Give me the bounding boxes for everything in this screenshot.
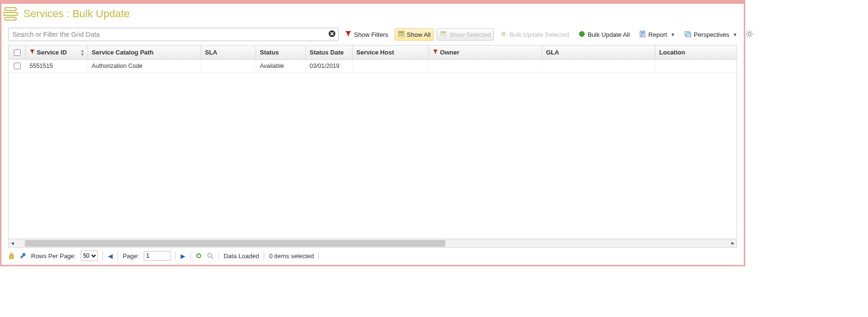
separator	[190, 251, 191, 260]
separator	[118, 251, 118, 260]
gear-icon[interactable]	[744, 30, 755, 39]
perspectives-button[interactable]: Perspectives ▼	[681, 28, 740, 41]
cell-service-id: 5551515	[26, 60, 88, 72]
separator	[175, 251, 176, 260]
header-service-id[interactable]: Service ID ▲▼	[26, 45, 88, 59]
next-page-icon[interactable]: ▶	[181, 252, 185, 260]
scroll-thumb[interactable]	[25, 240, 445, 247]
grid-selected-icon	[440, 31, 447, 39]
header-label: Status	[260, 49, 279, 56]
svg-rect-14	[641, 33, 644, 34]
svg-point-28	[208, 253, 212, 257]
separator	[103, 251, 103, 260]
search-wrap	[8, 28, 339, 41]
show-filters-label: Show Filters	[354, 31, 388, 38]
items-selected-status: 0 items selected	[269, 252, 314, 260]
scroll-right-icon[interactable]: ►	[729, 240, 737, 246]
table-row[interactable]: 5551515 Authorization Code Available 03/…	[9, 60, 737, 73]
show-selected-button[interactable]: Show Selected	[437, 28, 494, 41]
app-frame: Services : Bulk Update Show Filters Show…	[0, 0, 745, 266]
bulk-all-icon	[579, 31, 585, 39]
search-input[interactable]	[8, 28, 339, 41]
chevron-down-icon: ▼	[670, 32, 675, 37]
report-label: Report	[648, 31, 667, 38]
svg-line-25	[751, 31, 752, 32]
show-all-button[interactable]: Show All	[395, 28, 434, 41]
show-all-label: Show All	[407, 31, 431, 38]
data-loaded-status: Data Loaded	[224, 252, 259, 260]
cell-location	[655, 60, 737, 72]
scroll-left-icon[interactable]: ◄	[9, 240, 16, 246]
header-label: GLA	[546, 49, 559, 56]
svg-rect-0	[5, 8, 16, 11]
refresh-icon[interactable]	[195, 252, 202, 259]
header-label: Service Catalog Path	[92, 49, 153, 56]
svg-line-23	[747, 31, 748, 32]
cell-service-catalog-path: Authorization Code	[88, 60, 201, 72]
header-label: Service ID	[37, 49, 67, 56]
header-checkbox-cell	[9, 45, 26, 59]
svg-rect-7	[399, 35, 404, 36]
svg-rect-13	[641, 32, 644, 33]
bulk-update-all-button[interactable]: Bulk Update All	[575, 28, 633, 41]
svg-line-26	[747, 35, 748, 36]
svg-rect-10	[441, 33, 446, 34]
svg-rect-1	[3, 12, 18, 15]
header-sla[interactable]: SLA	[201, 45, 256, 59]
svg-rect-6	[399, 33, 404, 34]
wrench-icon[interactable]	[20, 252, 26, 259]
svg-line-24	[751, 35, 752, 36]
grid-footer: Rows Per Page: 50 ◀ Page: ▶ Data Loaded …	[1, 248, 744, 265]
header-gla[interactable]: GLA	[542, 45, 655, 59]
grid-header: Service ID ▲▼ Service Catalog Path SLA S…	[9, 45, 737, 60]
perspectives-icon	[685, 31, 691, 39]
bulk-update-all-label: Bulk Update All	[588, 31, 630, 38]
svg-rect-2	[5, 17, 16, 20]
rows-per-page-select[interactable]: 50	[81, 251, 98, 261]
page-title: Services : Bulk Update	[23, 8, 130, 20]
lock-icon[interactable]	[8, 252, 15, 259]
page-label: Page:	[123, 252, 139, 260]
header-label: Owner	[440, 49, 459, 56]
bulk-update-selected-button: Bulk Update Selected	[497, 28, 572, 41]
header-label: Service Host	[356, 49, 394, 56]
cell-status-date: 03/01/2019	[306, 60, 353, 72]
svg-rect-5	[399, 32, 404, 33]
header-status-date[interactable]: Status Date	[306, 45, 353, 59]
report-button[interactable]: Report ▼	[636, 28, 678, 41]
cell-sla	[201, 60, 256, 72]
services-icon	[3, 7, 20, 21]
grid-all-icon	[398, 31, 405, 39]
select-all-checkbox[interactable]	[14, 49, 21, 56]
header-status[interactable]: Status	[256, 45, 306, 59]
svg-rect-11	[441, 35, 446, 36]
page-input[interactable]	[144, 251, 171, 261]
sort-icon: ▲▼	[80, 49, 85, 56]
header-service-host[interactable]: Service Host	[353, 45, 429, 59]
data-grid: Service ID ▲▼ Service Catalog Path SLA S…	[8, 45, 737, 248]
row-checkbox[interactable]	[14, 63, 21, 69]
show-filters-button[interactable]: Show Filters	[342, 28, 392, 41]
chevron-down-icon: ▼	[733, 32, 738, 37]
svg-rect-9	[441, 32, 446, 33]
clear-search-icon[interactable]	[328, 30, 336, 39]
svg-rect-17	[686, 33, 691, 37]
bulk-update-selected-label: Bulk Update Selected	[509, 31, 569, 38]
search-icon[interactable]	[207, 252, 214, 259]
header-owner[interactable]: Owner	[429, 45, 542, 59]
separator	[264, 251, 264, 260]
title-bar: Services : Bulk Update	[1, 4, 744, 26]
svg-point-18	[748, 33, 751, 35]
prev-page-icon[interactable]: ◀	[108, 252, 113, 260]
header-service-catalog-path[interactable]: Service Catalog Path	[88, 45, 201, 59]
horizontal-scrollbar[interactable]: ◄ ►	[9, 239, 737, 247]
cell-service-host	[353, 60, 429, 72]
header-location[interactable]: Location	[655, 45, 737, 59]
header-label: Status Date	[310, 49, 344, 56]
grid-body: 5551515 Authorization Code Available 03/…	[9, 60, 737, 239]
filter-icon	[433, 49, 438, 56]
bulk-selected-icon	[500, 31, 507, 39]
cell-status: Available	[256, 60, 306, 72]
show-selected-label: Show Selected	[449, 31, 491, 38]
rows-per-page-label: Rows Per Page:	[31, 252, 76, 260]
